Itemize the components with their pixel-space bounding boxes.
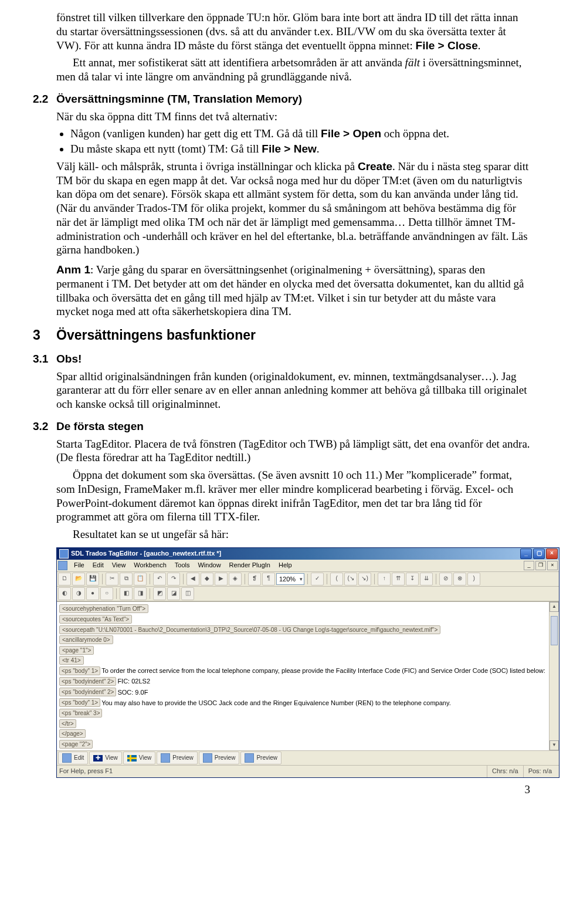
tab-source-view[interactable]: View — [89, 752, 122, 764]
section-3-title: Översättningens basfunktioner — [56, 327, 256, 344]
close-arrow-paren-icon[interactable]: ↘) — [358, 573, 371, 585]
tag: <page "1"> — [59, 646, 94, 655]
statusbar: For Help, press F1 Chrs: n/a Pos: n/a — [57, 765, 559, 777]
toggle-b-icon[interactable]: ◑ — [72, 587, 85, 600]
tab-preview-2[interactable]: Preview — [199, 752, 240, 764]
toggle-f-icon[interactable]: ◨ — [134, 587, 147, 600]
pencil-icon — [62, 753, 72, 763]
tag: </page> — [59, 729, 86, 738]
intro-p1-end: . — [478, 39, 481, 52]
tag: <ancillarymode 0> — [59, 635, 113, 644]
toggle-d-icon[interactable]: ○ — [100, 587, 113, 600]
toggle-h-icon[interactable]: ◪ — [167, 587, 180, 600]
menubar: File Edit View Workbench Tools Window Re… — [57, 560, 559, 572]
up-arrow-icon[interactable]: ↑ — [378, 573, 391, 585]
maximize-button[interactable]: ▢ — [533, 549, 545, 559]
tag-prev-icon[interactable]: ◀ — [186, 573, 199, 585]
section-2-2-num: 2.2 — [33, 92, 56, 106]
tag-pair-icon[interactable]: ◈ — [229, 573, 242, 585]
menu-file[interactable]: File — [70, 560, 89, 571]
section-3-1-heading: 3.1 Obs! — [33, 352, 530, 366]
scroll-up-icon[interactable]: ▲ — [550, 602, 559, 612]
s22-p3a: Välj käll- och målspråk, strunta i övrig… — [56, 160, 358, 172]
toggle-a-icon[interactable]: ◐ — [58, 587, 71, 600]
tag: <tr 41> — [59, 656, 84, 665]
toolbar-1: 🗋 📂 💾 ✂ ⧉ 📋 ↶ ↷ ◀ ◆ ▶ ◈ ❡ ¶ 120% ✓ ( (↘ … — [57, 572, 559, 587]
section-3-2-num: 3.2 — [33, 419, 56, 434]
tag-next-icon[interactable]: ▶ — [215, 573, 228, 585]
section-2-2-title: Översättningsminne (TM, Translation Memo… — [56, 92, 302, 106]
pilcrow-icon[interactable]: ❡ — [248, 573, 261, 585]
close-paren-icon[interactable]: ) — [467, 573, 480, 585]
tab-preview-1[interactable]: Preview — [157, 752, 198, 764]
tab-edit[interactable]: Edit — [58, 752, 88, 764]
s22-p4-text: : Varje gång du sparar en översättningse… — [56, 263, 524, 317]
menu-render-plugin[interactable]: Render PlugIn — [225, 560, 274, 571]
undo-icon[interactable]: ↶ — [153, 573, 166, 585]
scroll-thumb[interactable] — [551, 616, 558, 645]
copy-icon[interactable]: ⧉ — [120, 573, 133, 585]
s22-bullet-2: Du måste skapa ett nytt (tomt) TM: Gå ti… — [70, 142, 530, 156]
eye-icon — [161, 753, 170, 763]
menu-view[interactable]: View — [108, 560, 130, 571]
double-up-icon[interactable]: ⇈ — [392, 573, 405, 585]
vertical-scrollbar[interactable]: ▲ ▼ — [549, 602, 559, 750]
open-paren-icon[interactable]: ( — [330, 573, 343, 585]
tab-target-view[interactable]: View — [123, 752, 156, 764]
paren-b-icon[interactable]: ⊗ — [453, 573, 466, 585]
toggle-i-icon[interactable]: ◫ — [181, 587, 194, 600]
menu-workbench[interactable]: Workbench — [130, 560, 170, 571]
document-area: <sourcehyphenation "Turn Off"> <sourcequ… — [57, 601, 559, 750]
mdi-close-button[interactable]: × — [547, 561, 558, 570]
paste-icon[interactable]: 📋 — [134, 573, 147, 585]
intro-p2: Ett annat, mer sofistikerat sätt att ide… — [56, 56, 530, 84]
open-paren-arrow-icon[interactable]: (↘ — [344, 573, 357, 585]
check-icon[interactable]: ✓ — [311, 573, 324, 585]
redo-icon[interactable]: ↷ — [167, 573, 180, 585]
tab-preview2-label: Preview — [215, 754, 236, 762]
s22-p3: Välj käll- och målspråk, strunta i övrig… — [56, 160, 530, 257]
goto-icon[interactable]: ↧ — [406, 573, 419, 585]
menu-window[interactable]: Window — [194, 560, 225, 571]
tab-edit-label: Edit — [74, 754, 84, 762]
s22-lead: När du ska öppna ditt TM finns det två a… — [56, 110, 530, 124]
double-down-icon[interactable]: ⇊ — [420, 573, 433, 585]
tab-preview-3[interactable]: Preview — [240, 752, 282, 764]
tag: <sourcequotes "As Text"> — [59, 615, 132, 624]
pilcrow2-icon[interactable]: ¶ — [262, 573, 275, 585]
toolbar-2: ◐ ◑ ● ○ ◧ ◨ ◩ ◪ ◫ — [57, 587, 559, 601]
zoom-combo[interactable]: 120% — [276, 573, 304, 585]
scroll-down-icon[interactable]: ▼ — [550, 740, 559, 750]
s22-b2-bold: File > New — [262, 143, 316, 155]
section-3-num: 3 — [33, 327, 56, 344]
tag: </tr> — [59, 719, 76, 728]
toggle-g-icon[interactable]: ◩ — [153, 587, 166, 600]
page-number: 3 — [33, 783, 530, 797]
tab-preview3-label: Preview — [256, 754, 277, 762]
paren-a-icon[interactable]: ⊘ — [439, 573, 452, 585]
close-button[interactable]: × — [546, 549, 558, 559]
tag: <sourcehyphenation "Turn Off"> — [59, 604, 148, 613]
status-help: For Help, press F1 — [59, 767, 487, 776]
toggle-c-icon[interactable]: ● — [86, 587, 99, 600]
mdi-restore-button[interactable]: ❐ — [535, 561, 546, 570]
status-pos: Pos: n/a — [523, 766, 557, 777]
toggle-e-icon[interactable]: ◧ — [120, 587, 133, 600]
minimize-button[interactable]: _ — [520, 549, 532, 559]
section-2-2-heading: 2.2 Översättningsminne (TM, Translation … — [33, 92, 530, 106]
flag-uk-icon — [93, 755, 103, 761]
save-icon[interactable]: 💾 — [86, 573, 99, 585]
tab-source-view-label: View — [105, 754, 118, 762]
mdi-minimize-button[interactable]: _ — [524, 561, 534, 570]
s32-p2: Öppna det dokument som ska översättas. (… — [56, 468, 530, 524]
menu-edit[interactable]: Edit — [89, 560, 108, 571]
s22-b1b: och öppna det. — [381, 127, 449, 140]
menu-help[interactable]: Help — [274, 560, 296, 571]
new-file-icon[interactable]: 🗋 — [58, 573, 71, 585]
menu-tools[interactable]: Tools — [171, 560, 194, 571]
open-file-icon[interactable]: 📂 — [72, 573, 85, 585]
tag-icon[interactable]: ◆ — [201, 573, 213, 585]
document-inner[interactable]: <sourcehyphenation "Turn Off"> <sourcequ… — [57, 602, 559, 750]
segment-text: You may also have to provide the USOC Ja… — [101, 699, 451, 706]
cut-icon[interactable]: ✂ — [106, 573, 118, 585]
